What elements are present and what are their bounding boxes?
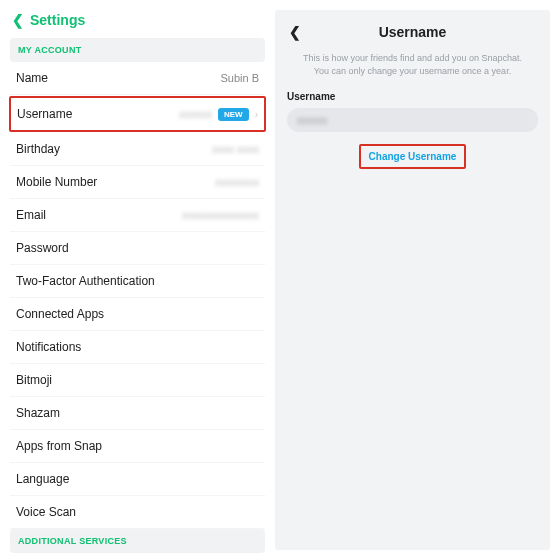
row-label: Birthday [16, 142, 60, 156]
username-value: xxxxxx [297, 115, 327, 126]
row-shazam[interactable]: Shazam [10, 397, 265, 430]
row-label: Voice Scan [16, 505, 76, 519]
change-username-wrap: Change Username [287, 132, 538, 169]
row-label: Apps from Snap [16, 439, 102, 453]
row-password[interactable]: Password [10, 232, 265, 265]
row-label: Name [16, 71, 48, 85]
row-voice-scan[interactable]: Voice Scan [10, 496, 265, 529]
new-badge: NEW [218, 108, 249, 121]
row-label: Language [16, 472, 69, 486]
row-bitmoji[interactable]: Bitmoji [10, 364, 265, 397]
username-panel: ❮ Username This is how your friends find… [275, 10, 550, 550]
change-username-link[interactable]: Change Username [359, 144, 467, 169]
row-apps-from-snap[interactable]: Apps from Snap [10, 430, 265, 463]
row-label: Shazam [16, 406, 60, 420]
row-label: Two-Factor Authentication [16, 274, 155, 288]
settings-title: Settings [30, 12, 85, 28]
row-twofa[interactable]: Two-Factor Authentication [10, 265, 265, 298]
row-value: Subin B [220, 72, 259, 84]
row-name[interactable]: Name Subin B [10, 62, 265, 95]
section-additional-services: ADDITIONAL SERVICES [10, 529, 265, 553]
row-connected-apps[interactable]: Connected Apps [10, 298, 265, 331]
row-label: Username [17, 107, 72, 121]
row-language[interactable]: Language [10, 463, 265, 496]
field-label: Username [287, 91, 538, 102]
row-label: Connected Apps [16, 307, 104, 321]
row-value: xxxxxx [179, 108, 212, 120]
back-icon[interactable]: ❮ [289, 24, 301, 40]
helper-text: This is how your friends find and add yo… [287, 52, 538, 91]
row-value: xxxx xxxx [212, 143, 259, 155]
row-label: Notifications [16, 340, 81, 354]
row-mobile[interactable]: Mobile Number xxxxxxxx [10, 166, 265, 199]
row-value: xxxxxxxx [215, 176, 259, 188]
row-label: Mobile Number [16, 175, 97, 189]
helper-line-1: This is how your friends find and add yo… [303, 53, 522, 63]
row-label: Password [16, 241, 69, 255]
settings-header[interactable]: ❮ Settings [10, 8, 265, 38]
section-my-account: MY ACCOUNT [10, 38, 265, 62]
back-icon[interactable]: ❮ [12, 13, 24, 27]
row-manage[interactable]: Manage [10, 553, 265, 560]
row-email[interactable]: Email xxxxxxxxxxxxxx [10, 199, 265, 232]
page-title: Username [379, 24, 447, 40]
settings-panel: ❮ Settings MY ACCOUNT Name Subin B Usern… [0, 0, 275, 560]
row-birthday[interactable]: Birthday xxxx xxxx [10, 133, 265, 166]
row-label: Email [16, 208, 46, 222]
chevron-right-icon: › [255, 109, 258, 120]
row-label: Bitmoji [16, 373, 52, 387]
row-username[interactable]: Username xxxxxx NEW › [9, 96, 266, 132]
helper-line-2: You can only change your username once a… [314, 66, 511, 76]
row-value: xxxxxxxxxxxxxx [182, 209, 259, 221]
username-header: ❮ Username [287, 20, 538, 52]
row-notifications[interactable]: Notifications [10, 331, 265, 364]
username-field[interactable]: xxxxxx [287, 108, 538, 132]
